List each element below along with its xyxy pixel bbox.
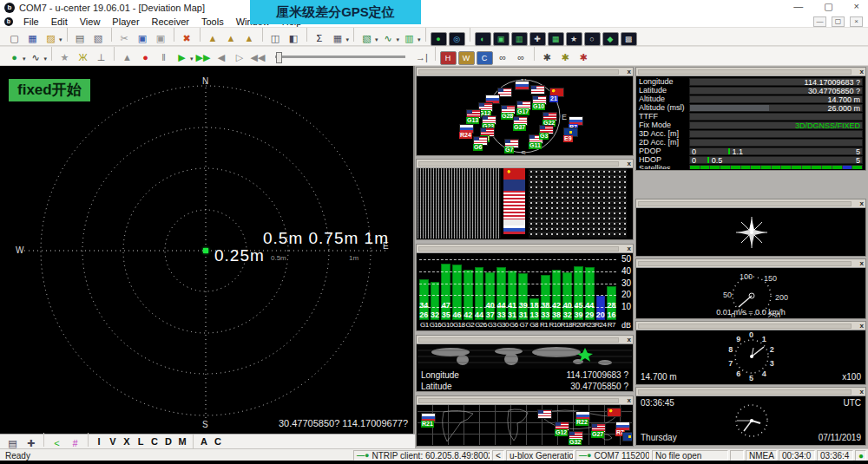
panel-title-bar[interactable]: x: [636, 259, 865, 268]
eject-icon[interactable]: ▲: [119, 50, 135, 64]
jump-end-icon[interactable]: →|: [414, 50, 431, 64]
roman-letter-D[interactable]: D: [161, 436, 175, 447]
menu-receiver[interactable]: Receiver: [146, 16, 195, 27]
panel-close-icon[interactable]: x: [860, 259, 864, 267]
histogram-view-icon[interactable]: ▥: [401, 31, 418, 45]
altimeter-view-icon[interactable]: ◆: [602, 32, 619, 46]
panel-title-bar[interactable]: x: [417, 336, 633, 344]
autobaud-icon[interactable]: ★: [56, 50, 73, 64]
settings-gear-2-icon[interactable]: ✱: [557, 50, 574, 64]
panel-close-icon[interactable]: x: [628, 160, 631, 167]
mode-letter-A[interactable]: A: [197, 436, 211, 447]
open-icon[interactable]: ▨: [43, 31, 59, 45]
panel-scroll-track[interactable]: [418, 69, 619, 75]
jump-begin-icon[interactable]: ◀◀: [250, 50, 266, 64]
menu-tools[interactable]: Tools: [195, 16, 230, 27]
close-button[interactable]: ×: [854, 1, 859, 12]
clock-view-icon[interactable]: ○: [584, 32, 601, 46]
panel-title-bar[interactable]: x: [417, 68, 633, 76]
roman-letter-X[interactable]: X: [120, 436, 134, 447]
minimize-button[interactable]: —: [793, 1, 803, 12]
warm-start-icon[interactable]: W: [458, 51, 475, 65]
panel-title-bar[interactable]: x: [636, 68, 865, 76]
panel-scroll-track[interactable]: [638, 323, 852, 329]
fast-forward-icon[interactable]: ▶▶: [195, 50, 212, 64]
data-table-view-icon[interactable]: ▦: [548, 32, 564, 46]
tile-vertical-icon[interactable]: ◧: [286, 31, 302, 45]
clear-icon[interactable]: ✖: [179, 31, 195, 45]
world-position-view-icon[interactable]: ◎: [449, 32, 465, 46]
statistics-view-icon[interactable]: Σ: [312, 31, 328, 45]
sky-view-icon[interactable]: ◐: [475, 32, 491, 46]
pause-icon[interactable]: ‖: [155, 50, 172, 64]
settings-gear-1-icon[interactable]: ✱: [539, 50, 556, 64]
menu-edit[interactable]: Edit: [45, 16, 74, 27]
play-dropdown-icon[interactable]: ▾: [190, 56, 194, 62]
mode-letter-C[interactable]: C: [211, 436, 225, 447]
paste-icon[interactable]: ▣: [153, 31, 169, 45]
history-view-icon[interactable]: ▣: [493, 32, 510, 46]
connect-dropdown-icon[interactable]: ▾: [23, 56, 26, 62]
panel-scroll-track[interactable]: [638, 201, 852, 206]
copy-icon[interactable]: ▣: [135, 31, 151, 45]
map-view-icon[interactable]: ▧: [358, 31, 375, 45]
debug-messages-icon[interactable]: Ж: [75, 50, 91, 64]
panel-close-icon[interactable]: x: [860, 68, 864, 75]
step-back-icon[interactable]: ◀: [214, 50, 230, 64]
find-message-1-icon[interactable]: ∞: [495, 50, 511, 64]
roman-letter-C[interactable]: C: [148, 436, 161, 447]
packet-console-icon[interactable]: ∿: [28, 50, 44, 64]
panel-close-icon[interactable]: x: [860, 388, 864, 395]
print-preview-icon[interactable]: ▧: [90, 31, 107, 45]
packet-console-dropdown-icon[interactable]: ▾: [44, 56, 48, 62]
table-view-icon[interactable]: ▦: [330, 31, 346, 45]
panel-title-bar[interactable]: x: [636, 199, 865, 208]
panel-title-bar[interactable]: x: [636, 388, 865, 396]
play-icon[interactable]: ▶: [174, 50, 190, 64]
panel-close-icon[interactable]: x: [628, 336, 631, 343]
panel-scroll-track[interactable]: [418, 246, 619, 252]
cut-icon[interactable]: ✂: [116, 31, 133, 45]
panel-scroll-track[interactable]: [418, 161, 619, 167]
export-gnss-3-icon[interactable]: ▲: [241, 31, 258, 45]
mdi-minimize-button[interactable]: —: [813, 16, 826, 27]
panel-scroll-track[interactable]: [638, 389, 852, 395]
panel-scroll-track[interactable]: [418, 337, 619, 343]
export-gnss-2-icon[interactable]: ▲: [223, 31, 240, 45]
panel-scroll-track[interactable]: [638, 69, 852, 75]
record-icon[interactable]: ●: [137, 50, 154, 64]
panel-title-bar[interactable]: x: [417, 160, 633, 168]
step-forward-icon[interactable]: ▷: [232, 50, 248, 64]
panel-close-icon[interactable]: x: [628, 396, 631, 404]
compass-view-icon[interactable]: ✚: [529, 32, 546, 46]
panel-close-icon[interactable]: x: [628, 245, 631, 252]
map-view-dropdown-icon[interactable]: ▾: [375, 36, 378, 42]
chart-view-dropdown-icon[interactable]: ▾: [397, 36, 400, 42]
roman-letter-M[interactable]: M: [175, 436, 189, 447]
gauge-view-icon[interactable]: ★: [566, 32, 582, 46]
connect-icon[interactable]: ●: [6, 50, 23, 64]
panel-close-icon[interactable]: x: [860, 322, 864, 330]
slider-thumb[interactable]: [276, 52, 282, 63]
panel-close-icon[interactable]: x: [628, 68, 631, 75]
settings-gear-3-icon[interactable]: ✱: [575, 50, 592, 64]
menu-file[interactable]: File: [17, 16, 45, 27]
menu-player[interactable]: Player: [106, 16, 145, 27]
mdi-restore-button[interactable]: ▢: [832, 16, 845, 27]
histogram-view-dropdown-icon[interactable]: ▾: [418, 36, 421, 42]
print-icon[interactable]: ▤: [72, 31, 89, 45]
roman-letter-I[interactable]: I: [92, 436, 106, 447]
panel-title-bar[interactable]: x: [417, 245, 633, 253]
playback-slider[interactable]: [275, 56, 405, 58]
deviation-map-view-icon[interactable]: ●: [431, 32, 447, 46]
antenna-icon[interactable]: ⊥: [93, 50, 109, 64]
new-file-icon[interactable]: ▢: [6, 31, 23, 45]
panel-close-icon[interactable]: x: [860, 199, 864, 207]
save-icon[interactable]: ▦: [24, 31, 41, 45]
roman-letter-V[interactable]: V: [106, 436, 120, 447]
mdi-close-button[interactable]: ×: [850, 16, 863, 27]
hot-start-icon[interactable]: H: [440, 51, 457, 65]
signal-view-icon[interactable]: ▥: [511, 32, 528, 46]
panel-scroll-track[interactable]: [638, 261, 852, 266]
table-view-dropdown-icon[interactable]: ▾: [346, 36, 350, 42]
